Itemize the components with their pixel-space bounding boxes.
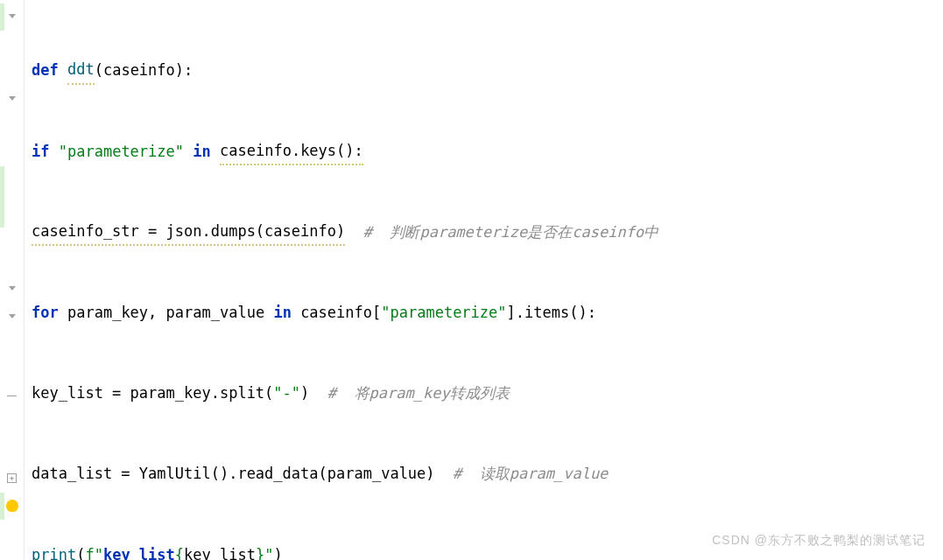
code-line: for param_key, param_value in caseinfo["… — [32, 299, 943, 326]
keyword-if: if — [32, 138, 49, 165]
string-literal: "parameterize" — [59, 138, 184, 165]
code-line: data_list = YamlUtil().read_data(param_v… — [32, 460, 943, 487]
code-line: def ddt(caseinfo): — [32, 57, 943, 84]
comment: # 将param_key转成列表 — [327, 380, 510, 407]
code-editor[interactable]: def ddt(caseinfo): if "parameterize" in … — [25, 0, 943, 560]
fold-icon[interactable] — [6, 93, 18, 103]
watermark: CSDN @东方不败之鸭梨的测试笔记 — [712, 529, 925, 551]
change-marker — [0, 166, 4, 228]
bulb-icon[interactable] — [6, 500, 18, 511]
comment: # 判断parameterize是否在caseinfo中 — [363, 219, 658, 246]
string-literal: "parameterize" — [381, 299, 506, 326]
fold-icon[interactable] — [6, 283, 18, 293]
expand-icon[interactable]: + — [6, 472, 18, 483]
comment: # 读取param_value — [453, 460, 608, 487]
editor-gutter: + — [0, 0, 25, 560]
fold-end-icon[interactable] — [6, 390, 18, 401]
code-line: if "parameterize" in caseinfo.keys(): — [32, 137, 943, 164]
change-marker — [0, 4, 4, 31]
fold-icon[interactable] — [6, 311, 18, 321]
keyword-def: def — [32, 57, 59, 84]
code-line: key_list = param_key.split("-") # 将param… — [32, 380, 943, 407]
change-marker — [0, 493, 4, 520]
fold-icon[interactable] — [6, 10, 18, 21]
code-line: caseinfo_str = json.dumps(caseinfo) # 判断… — [32, 219, 943, 246]
function-name: ddt — [67, 56, 95, 85]
